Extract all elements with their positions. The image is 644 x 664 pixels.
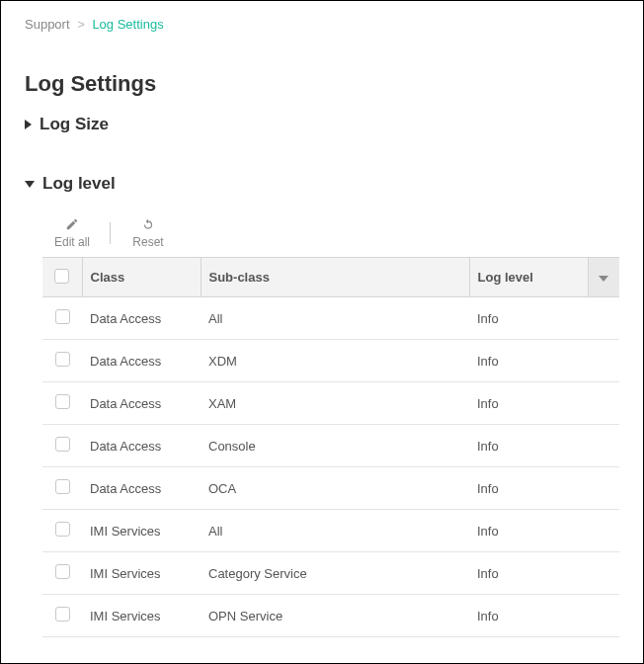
table-row[interactable]: IMI ServicesAllInfo bbox=[42, 510, 619, 552]
row-check-cell[interactable] bbox=[42, 510, 82, 552]
row-check-cell[interactable] bbox=[42, 467, 82, 510]
table-row[interactable]: Data AccessXDMInfo bbox=[42, 340, 619, 382]
row-checkbox[interactable] bbox=[55, 564, 70, 579]
cell-subclass: All bbox=[201, 510, 469, 552]
cell-subclass: All bbox=[201, 297, 469, 340]
select-all-header[interactable] bbox=[42, 258, 82, 297]
table-row[interactable]: Data AccessConsoleInfo bbox=[42, 425, 619, 467]
log-level-table: Class Sub-class Log level Data AccessAll… bbox=[42, 257, 619, 637]
breadcrumb-separator: > bbox=[77, 17, 85, 32]
cell-loglevel: Info bbox=[469, 340, 619, 382]
cell-loglevel: Info bbox=[469, 467, 619, 510]
row-check-cell[interactable] bbox=[42, 382, 82, 425]
cell-subclass: Console bbox=[201, 425, 469, 467]
breadcrumb-root[interactable]: Support bbox=[25, 17, 70, 32]
row-checkbox[interactable] bbox=[55, 479, 70, 494]
cell-loglevel: Info bbox=[469, 510, 619, 552]
cell-loglevel: Info bbox=[469, 552, 619, 595]
row-check-cell[interactable] bbox=[42, 552, 82, 595]
edit-all-button[interactable]: Edit all bbox=[42, 217, 102, 249]
column-header-class[interactable]: Class bbox=[82, 258, 201, 297]
breadcrumb: Support > Log Settings bbox=[25, 17, 619, 32]
chevron-down-icon bbox=[25, 181, 35, 188]
row-check-cell[interactable] bbox=[42, 340, 82, 382]
table-row[interactable]: Data AccessAllInfo bbox=[42, 297, 619, 340]
cell-loglevel: Info bbox=[469, 425, 619, 467]
row-checkbox[interactable] bbox=[55, 607, 70, 622]
edit-all-label: Edit all bbox=[54, 235, 90, 249]
page-title: Log Settings bbox=[25, 71, 619, 97]
breadcrumb-current[interactable]: Log Settings bbox=[92, 17, 163, 32]
section-label-log-level: Log level bbox=[42, 174, 116, 194]
table-row[interactable]: Data AccessOCAInfo bbox=[42, 467, 619, 510]
column-menu-button[interactable] bbox=[588, 258, 619, 297]
row-checkbox[interactable] bbox=[55, 394, 70, 409]
chevron-down-icon bbox=[599, 276, 608, 282]
cell-loglevel: Info bbox=[469, 297, 619, 340]
section-label-log-size: Log Size bbox=[40, 115, 109, 134]
table-row[interactable]: IMI ServicesCategory ServiceInfo bbox=[42, 552, 619, 595]
column-header-loglevel[interactable]: Log level bbox=[469, 258, 588, 297]
section-toggle-log-size[interactable]: Log Size bbox=[25, 115, 619, 134]
cell-class: IMI Services bbox=[82, 510, 201, 552]
cell-subclass: OPN Service bbox=[201, 595, 469, 637]
section-toggle-log-level[interactable]: Log level bbox=[25, 174, 619, 194]
pencil-icon bbox=[65, 217, 79, 231]
cell-class: Data Access bbox=[82, 340, 201, 382]
cell-class: IMI Services bbox=[82, 595, 201, 637]
table-row[interactable]: Data AccessXAMInfo bbox=[42, 382, 619, 425]
column-header-subclass[interactable]: Sub-class bbox=[201, 258, 469, 297]
cell-class: Data Access bbox=[82, 382, 201, 425]
cell-class: Data Access bbox=[82, 425, 201, 467]
cell-class: IMI Services bbox=[82, 552, 201, 595]
cell-class: Data Access bbox=[82, 467, 201, 510]
cell-subclass: OCA bbox=[201, 467, 469, 510]
row-check-cell[interactable] bbox=[42, 595, 82, 637]
table-row[interactable]: IMI ServicesOPN ServiceInfo bbox=[42, 595, 619, 637]
row-check-cell[interactable] bbox=[42, 425, 82, 467]
toolbar-separator bbox=[110, 222, 111, 244]
toolbar: Edit all Reset bbox=[42, 217, 619, 249]
row-checkbox[interactable] bbox=[55, 437, 70, 452]
reset-button[interactable]: Reset bbox=[119, 217, 178, 249]
reset-label: Reset bbox=[132, 235, 163, 249]
cell-loglevel: Info bbox=[469, 595, 619, 637]
row-check-cell[interactable] bbox=[42, 297, 82, 340]
row-checkbox[interactable] bbox=[55, 309, 70, 324]
cell-loglevel: Info bbox=[469, 382, 619, 425]
select-all-checkbox[interactable] bbox=[54, 269, 69, 284]
chevron-right-icon bbox=[25, 120, 32, 129]
cell-class: Data Access bbox=[82, 297, 201, 340]
row-checkbox[interactable] bbox=[55, 352, 70, 367]
cell-subclass: Category Service bbox=[201, 552, 469, 595]
row-checkbox[interactable] bbox=[55, 522, 70, 537]
cell-subclass: XAM bbox=[201, 382, 469, 425]
refresh-icon bbox=[141, 217, 155, 231]
cell-subclass: XDM bbox=[201, 340, 469, 382]
